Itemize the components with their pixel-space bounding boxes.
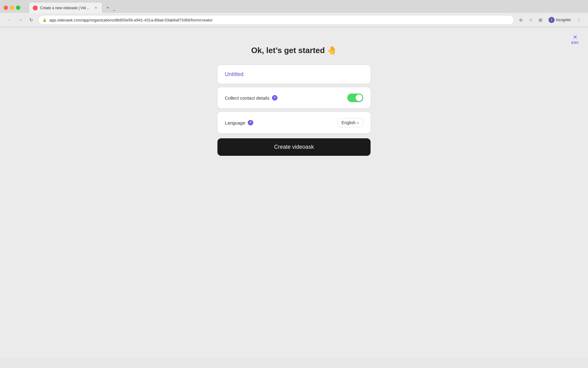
page-title: Ok, let’s get started 🤚 [251,46,337,55]
camera-off-icon[interactable]: ⊘ [517,16,525,24]
profile-btn[interactable]: I Incognito [546,16,573,24]
title-card [217,65,371,84]
language-card: Language ? English ∨ [217,112,371,133]
language-value: English [341,120,356,125]
back-icon: ← [7,17,11,22]
language-help-icon[interactable]: ? [248,120,253,125]
close-icon: × [573,33,577,41]
window-minimize-btn[interactable] [10,6,14,10]
profile-label: Incognito [556,18,571,22]
browser-chrome: Create a new videoask | Video... ✕ + ⌄ ←… [0,0,588,27]
page-content: × ESC Ok, let’s get started 🤚 Collect co… [0,27,588,357]
tab-favicon [33,6,38,10]
create-videoask-button[interactable]: Create videoask [217,138,371,156]
videoask-title-input[interactable] [225,71,363,78]
forward-btn[interactable]: → [16,16,24,24]
tab-grid-icon[interactable]: ⊞ [536,16,545,24]
active-tab[interactable]: Create a new videoask | Video... ✕ [29,2,102,13]
profile-avatar: I [548,17,555,23]
tab-bar: Create a new videoask | Video... ✕ + ⌄ [25,2,119,13]
back-btn[interactable]: ← [5,16,13,24]
url-text: app.videoask.com/app/organizations/8b955… [49,18,510,22]
tab-title: Create a new videoask | Video... [40,6,91,10]
new-tab-btn[interactable]: + [104,3,112,12]
form-container: Collect contact details ? Language ? [217,65,371,156]
window-controls [4,6,20,10]
title-bar: Create a new videoask | Video... ✕ + ⌄ [0,0,588,13]
collect-contact-text: Collect contact details [225,95,270,101]
language-text: Language [225,120,245,125]
language-row: Language ? English ∨ [225,118,363,127]
tab-close-btn[interactable]: ✕ [93,6,98,10]
language-label: Language ? [225,120,253,125]
refresh-icon: ↻ [29,17,33,22]
esc-label: ESC [571,41,579,44]
forward-icon: → [18,17,22,22]
collect-contact-help-icon[interactable]: ? [272,95,277,101]
address-bar: ← → ↻ 🔒 app.videoask.com/app/organizatio… [0,13,588,27]
refresh-btn[interactable]: ↻ [27,16,36,24]
toolbar-icons: ⊘ ☆ ⊞ I Incognito ⋮ [517,16,583,24]
toggle-slider [347,94,363,102]
window-close-btn[interactable] [4,6,8,10]
tab-overflow-btn[interactable]: ⌄ [112,7,116,12]
window-maximize-btn[interactable] [16,6,20,10]
collect-contact-card: Collect contact details ? [217,87,371,108]
language-select[interactable]: English ∨ [337,118,363,127]
chevron-down-icon: ∨ [357,121,359,125]
address-input[interactable]: 🔒 app.videoask.com/app/organizations/8b9… [38,15,514,25]
contact-label: Collect contact details ? [225,95,277,101]
more-menu-btn[interactable]: ⋮ [575,16,583,24]
star-icon[interactable]: ☆ [526,16,535,24]
contact-row: Collect contact details ? [225,94,363,102]
close-btn[interactable]: × ESC [571,33,579,44]
collect-contact-toggle[interactable] [347,94,363,102]
lock-icon: 🔒 [43,18,47,22]
